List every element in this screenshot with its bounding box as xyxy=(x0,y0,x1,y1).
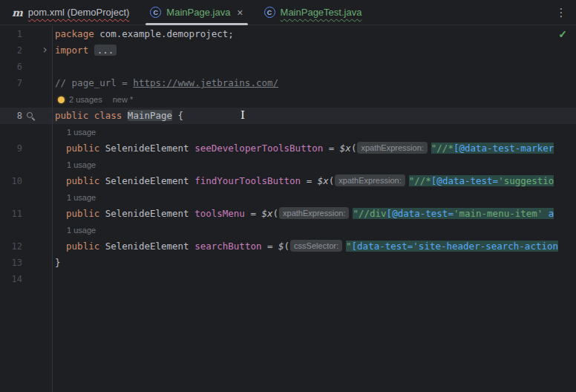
line-number[interactable]: 14 xyxy=(0,271,22,287)
line-number[interactable]: 6 xyxy=(0,59,22,75)
usages-hint[interactable]: new * xyxy=(113,95,134,104)
parameter-name-hint[interactable]: xpathExpression: xyxy=(335,174,405,186)
code-line[interactable]: 14 xyxy=(0,271,576,287)
intention-bulb-icon[interactable] xyxy=(58,97,65,103)
code-content: 1 usage xyxy=(52,189,576,206)
code-token: com.example.demoproject; xyxy=(94,28,234,39)
inlay-hint-line[interactable]: 1 usage xyxy=(0,157,576,173)
code-line[interactable]: 1package com.example.demoproject; xyxy=(0,26,576,42)
code-content xyxy=(52,59,576,75)
gutter: 1 xyxy=(0,26,52,42)
usages-hint[interactable]: 1 usage xyxy=(67,160,96,169)
usages-hint[interactable]: 1 usage xyxy=(67,226,96,235)
editor-rows: 1package com.example.demoproject;2›impor… xyxy=(0,26,576,287)
code-line[interactable]: 9 public SelenideElement seeDeveloperToo… xyxy=(0,140,576,157)
code-content: // page_url = https://www.jetbrains.com/ xyxy=(52,75,576,91)
line-number[interactable]: 12 xyxy=(0,238,22,255)
parameter-name-hint[interactable]: xpathExpression: xyxy=(357,142,427,154)
code-line[interactable]: 11 public SelenideElement toolsMenu = $x… xyxy=(0,206,576,222)
code-line[interactable]: 12 public SelenideElement searchButton =… xyxy=(0,238,576,255)
code-content: 1 usage xyxy=(52,222,576,238)
gutter xyxy=(0,91,52,108)
tab-mainpagetest-java[interactable]: C MainPageTest.java xyxy=(254,0,373,24)
code-token: "//* xyxy=(409,175,431,186)
code-content: import ... xyxy=(52,42,576,59)
code-token: "//* xyxy=(431,143,454,154)
more-options-icon[interactable]: ⋮ xyxy=(554,5,569,20)
tab-label: pom.xml (DemoProject) xyxy=(28,7,130,18)
code-token xyxy=(88,45,94,56)
code-line[interactable]: 10 public SelenideElement findYourToolsB… xyxy=(0,173,576,189)
code-token xyxy=(88,110,94,121)
close-tab-icon[interactable]: × xyxy=(237,7,243,19)
editor-tab-bar: m pom.xml (DemoProject) C MainPage.java … xyxy=(0,0,576,25)
code-token: class xyxy=(94,110,122,121)
gutter: 9 xyxy=(0,140,52,157)
inlay-hint-line[interactable]: 1 usage xyxy=(0,222,576,238)
code-content: public SelenideElement seeDeveloperTools… xyxy=(52,140,576,157)
code-token: $ xyxy=(278,241,284,252)
code-token: package xyxy=(55,28,94,39)
code-token: public xyxy=(55,110,88,121)
code-token: seeDeveloperToolsButton xyxy=(194,143,323,154)
code-token: = xyxy=(301,175,318,186)
gutter: 2› xyxy=(0,42,52,59)
code-token: searchButton xyxy=(194,241,261,252)
inlay-hint-line[interactable]: 2 usagesnew * xyxy=(0,91,576,108)
line-number[interactable]: 13 xyxy=(0,255,22,271)
line-number[interactable]: 11 xyxy=(0,206,22,222)
line-number[interactable]: 2 xyxy=(0,42,22,59)
code-token: SelenideElement xyxy=(99,208,194,219)
magnifier-icon[interactable] xyxy=(27,112,33,118)
code-token: public xyxy=(66,175,99,186)
gutter: 7 xyxy=(0,75,52,91)
code-token: ( xyxy=(351,143,357,154)
code-token: [@data-test-marker xyxy=(454,143,554,154)
code-line[interactable]: 13} xyxy=(0,255,576,271)
tab-pom-xml[interactable]: m pom.xml (DemoProject) xyxy=(1,0,140,24)
parameter-name-hint[interactable]: cssSelector: xyxy=(290,240,342,252)
code-line[interactable]: 6 xyxy=(0,59,576,75)
line-number[interactable]: 10 xyxy=(0,173,22,189)
line-number[interactable]: 7 xyxy=(0,75,22,91)
fold-chevron-icon[interactable]: › xyxy=(42,42,48,58)
parameter-name-hint[interactable]: xpathExpression: xyxy=(279,207,349,219)
comment-url-link[interactable]: https://www.jetbrains.com/ xyxy=(133,77,278,88)
inlay-hint-line[interactable]: 1 usage xyxy=(0,124,576,140)
code-token: public xyxy=(66,241,99,252)
code-token xyxy=(55,241,66,252)
inlay-hint-line[interactable]: 1 usage xyxy=(0,189,576,206)
code-token: { xyxy=(172,110,183,121)
gutter: 14 xyxy=(0,271,52,287)
code-line[interactable]: 7// page_url = https://www.jetbrains.com… xyxy=(0,75,576,91)
gutter: 10 xyxy=(0,173,52,189)
code-line[interactable]: 2›import ... xyxy=(0,42,576,59)
gutter xyxy=(0,124,52,140)
code-token: [data-test='site-header-search-action xyxy=(352,241,558,252)
code-content: public class MainPage { xyxy=(52,108,576,124)
code-content: public SelenideElement toolsMenu = $x(xp… xyxy=(52,206,576,222)
code-editor[interactable]: 1package com.example.demoproject;2›impor… xyxy=(0,26,576,392)
code-token: SelenideElement xyxy=(99,175,194,186)
line-number[interactable]: 1 xyxy=(0,26,22,42)
code-token: toolsMenu xyxy=(194,208,245,219)
java-class-icon: C xyxy=(150,7,161,18)
tab-mainpage-java[interactable]: C MainPage.java × xyxy=(140,0,253,24)
usages-hint[interactable]: 2 usages xyxy=(69,95,102,104)
usages-hint[interactable]: 1 usage xyxy=(67,193,96,202)
code-token: SelenideElement xyxy=(99,241,194,252)
code-token: = xyxy=(261,241,278,252)
gutter xyxy=(0,189,52,206)
code-token xyxy=(55,208,66,219)
code-token: [@data-test= xyxy=(387,208,454,219)
code-content: 1 usage xyxy=(52,157,576,173)
line-number[interactable]: 8 xyxy=(0,108,22,124)
folded-code-chip[interactable]: ... xyxy=(94,45,117,56)
code-token: ( xyxy=(284,241,290,252)
line-number[interactable]: 9 xyxy=(0,140,22,157)
code-line[interactable]: 8public class MainPage { xyxy=(0,108,576,124)
code-token: 'main-menu-item' xyxy=(454,208,543,219)
usages-hint[interactable]: 1 usage xyxy=(67,128,96,137)
code-token: "//div xyxy=(353,208,386,219)
code-token: 'suggestio xyxy=(498,175,554,186)
